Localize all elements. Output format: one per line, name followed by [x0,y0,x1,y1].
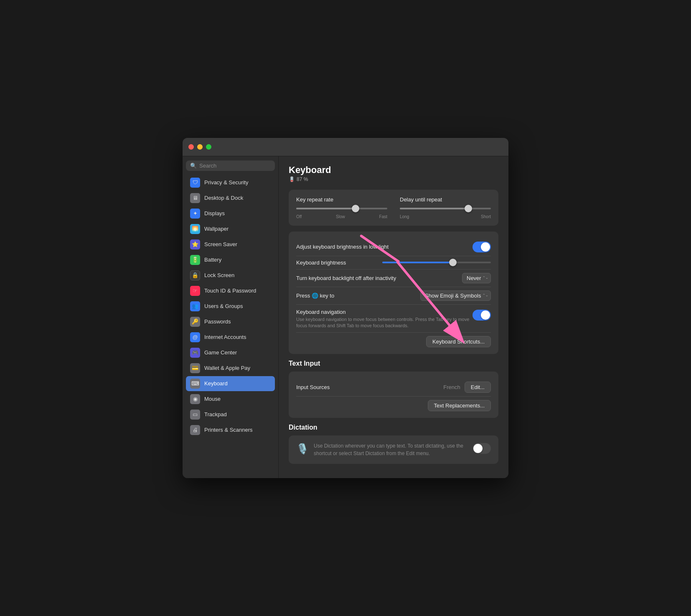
delay-label: Delay until repeat [400,196,491,203]
delay-fill [400,208,468,209]
system-preferences-window: 🔍 🛡Privacy & Security🖥Desktop & Dock✦Dis… [183,138,508,479]
search-bar[interactable]: 🔍 [186,160,275,171]
backlight-select[interactable]: Never [462,273,491,283]
sidebar-icon-privacy-security: 🛡 [190,178,200,188]
sidebar-label-game-center: Game Center [204,349,237,356]
sidebar-items-list: 🛡Privacy & Security🖥Desktop & Dock✦Displ… [186,175,275,438]
brightness-toggle[interactable] [473,242,491,252]
keyboard-nav-label: Keyboard navigation [296,309,472,315]
microphone-icon: 🎙️ [296,443,309,455]
sidebar-item-game-center[interactable]: 🎮Game Center [186,345,275,360]
key-repeat-slider-container: Key repeat rate Off Slow Fast [296,196,387,219]
dictation-toggle[interactable] [473,443,491,454]
sidebar-icon-touch-id: ☞ [190,286,200,296]
sidebar-label-users-groups: Users & Groups [204,303,243,309]
sidebar-item-printers-scanners[interactable]: 🖨Printers & Scanners [186,423,275,438]
search-input[interactable] [199,163,271,169]
sidebar-item-users-groups[interactable]: 👥Users & Groups [186,299,275,314]
keyboard-settings-card: Adjust keyboard brightness in low light … [289,232,498,354]
dictation-description-row: 🎙️ Use Dictation wherever you can type t… [296,442,491,457]
sidebar-icon-battery: 🔋 [190,255,200,265]
title-bar [183,138,508,156]
keyboard-brightness-row: Keyboard brightness [296,256,491,270]
close-button[interactable] [188,144,194,150]
brightness-slider-area[interactable] [382,262,491,263]
battery-icon: 🪫 [289,176,295,182]
sidebar-item-keyboard[interactable]: ⌨Keyboard [186,376,275,391]
sidebar-item-privacy-security[interactable]: 🛡Privacy & Security [186,175,275,190]
key-repeat-thumb[interactable] [352,205,359,212]
brightness-slider-thumb[interactable] [449,259,457,266]
minimize-button[interactable] [197,144,203,150]
page-subtitle: 🪫 87 % [289,176,498,182]
key-repeat-track-bg [296,208,387,209]
maximize-button[interactable] [206,144,211,150]
dictation-toggle-knob [473,444,483,453]
sidebar-icon-desktop-dock: 🖥 [190,193,200,203]
delay-track-bg [400,208,491,209]
backlight-row: Turn keyboard backlight off after inacti… [296,270,491,287]
text-input-title: Text Input [289,360,498,367]
sidebar-label-wallpaper: Wallpaper [204,226,229,232]
sidebar-item-displays[interactable]: ✦Displays [186,206,275,221]
keyboard-nav-sublabel: Use keyboard navigation to move focus be… [296,316,472,329]
sidebar-item-lock-screen[interactable]: 🔒Lock Screen [186,268,275,283]
sidebar-label-passwords: Passwords [204,318,231,325]
delay-axis-labels: Long Short [400,214,491,219]
content-area: 🔍 🛡Privacy & Security🖥Desktop & Dock✦Dis… [183,156,508,479]
sidebar-label-screen-saver: Screen Saver [204,241,237,247]
keyboard-nav-toggle[interactable] [473,310,491,321]
input-sources-row: Input Sources French Edit... [296,378,491,397]
sidebar-icon-wallpaper: 🌅 [190,224,200,234]
brightness-toggle-row: Adjust keyboard brightness in low light [296,238,491,256]
text-replacements-container: Text Replacements... [296,400,491,411]
sidebar-item-touch-id[interactable]: ☞Touch ID & Password [186,283,275,298]
input-sources-value: French [443,384,460,390]
sidebar-item-trackpad[interactable]: ▭Trackpad [186,407,275,422]
sidebar-icon-mouse: ◉ [190,394,200,404]
sidebar-item-screen-saver[interactable]: ⭐Screen Saver [186,237,275,252]
sidebar-item-mouse[interactable]: ◉Mouse [186,392,275,407]
brightness-toggle-knob [481,242,490,252]
sidebar-item-passwords[interactable]: 🔑Passwords [186,314,275,329]
sidebar-label-battery: Battery [204,257,221,263]
sidebar-label-keyboard: Keyboard [204,380,228,387]
key-repeat-card: Key repeat rate Off Slow Fast [289,190,498,226]
brightness-toggle-label: Adjust keyboard brightness in low light [296,244,389,250]
keyboard-nav-row: Keyboard navigation Use keyboard navigat… [296,305,491,333]
backlight-label: Turn keyboard backlight off after inacti… [296,275,396,281]
sidebar-item-internet-accounts[interactable]: @Internet Accounts [186,330,275,345]
keyboard-shortcuts-button[interactable]: Keyboard Shortcuts... [426,336,491,347]
keyboard-nav-toggle-knob [481,311,490,320]
shortcuts-button-container: Keyboard Shortcuts... [296,336,491,347]
dictation-card: 🎙️ Use Dictation wherever you can type t… [289,435,498,464]
sidebar-item-wallpaper[interactable]: 🌅Wallpaper [186,221,275,237]
sidebar-icon-passwords: 🔑 [190,317,200,327]
dictation-title: Dictation [289,424,498,431]
sidebar-label-touch-id: Touch ID & Password [204,288,256,294]
sidebar-icon-game-center: 🎮 [190,348,200,358]
sidebar: 🔍 🛡Privacy & Security🖥Desktop & Dock✦Dis… [183,156,279,479]
globe-key-select[interactable]: Show Emoji & Symbols [420,290,491,301]
edit-button[interactable]: Edit... [465,382,491,393]
delay-thumb[interactable] [465,205,472,212]
sidebar-icon-internet-accounts: @ [190,332,200,342]
sidebar-item-wallet-apple-pay[interactable]: 💳Wallet & Apple Pay [186,361,275,376]
main-content: Keyboard 🪫 87 % Key repeat rate [279,156,508,479]
globe-key-row: Press 🌐 key to Show Emoji & Symbols [296,287,491,305]
sidebar-icon-wallet-apple-pay: 💳 [190,363,200,373]
sidebar-label-mouse: Mouse [204,396,221,402]
delay-track[interactable] [400,204,491,213]
sidebar-label-trackpad: Trackpad [204,411,227,417]
key-repeat-fill [296,208,356,209]
sidebar-icon-users-groups: 👥 [190,301,200,311]
page-title: Keyboard [289,165,498,176]
key-repeat-track[interactable] [296,204,387,213]
sidebar-item-desktop-dock[interactable]: 🖥Desktop & Dock [186,191,275,206]
keyboard-brightness-label: Keyboard brightness [296,260,346,266]
sidebar-item-battery[interactable]: 🔋Battery [186,252,275,267]
sidebar-label-desktop-dock: Desktop & Dock [204,195,243,201]
brightness-slider-track [382,262,491,263]
text-replacements-button[interactable]: Text Replacements... [428,400,491,411]
sidebar-icon-keyboard: ⌨ [190,379,200,389]
